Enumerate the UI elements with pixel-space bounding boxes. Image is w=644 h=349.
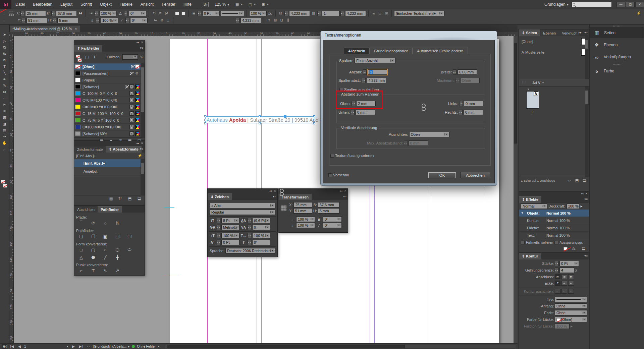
close-icon[interactable]: ✕: [141, 142, 143, 145]
convert-shape-icon[interactable]: ⬡: [113, 247, 122, 253]
b-field[interactable]: 67,6 mm: [56, 11, 77, 16]
prev-page-button[interactable]: ◀: [17, 344, 22, 349]
vorschau-checkbox[interactable]: [328, 173, 332, 177]
vertical-ruler[interactable]: 0102030405060708090100110120130140150160…: [9, 36, 14, 343]
collapse-icon[interactable]: ◂◂: [136, 41, 139, 44]
path-operation-icon[interactable]: ◌: [101, 220, 110, 226]
tool-icon[interactable]: ▩: [1, 114, 9, 121]
convert-point-icon[interactable]: ↖: [101, 268, 110, 274]
document-tab-close-icon[interactable]: ✕: [75, 27, 77, 31]
convert-shape-icon[interactable]: ⬣: [89, 254, 98, 260]
reference-point-proxy[interactable]: [281, 206, 286, 211]
spalten-ausgleichen-checkbox[interactable]: [339, 88, 343, 92]
frame-handle-active[interactable]: [284, 115, 286, 118]
styles-scrollbar[interactable]: [141, 159, 145, 195]
page-thumbnail[interactable]: A: [526, 91, 539, 109]
swatch-row[interactable]: C=100 M=0 Y=0 K=0: [74, 90, 141, 97]
page-number-field[interactable]: 1: [24, 345, 64, 348]
tool-icon[interactable]: ▷: [1, 38, 9, 44]
h-stepper[interactable]: ▲▼: [53, 18, 56, 23]
row2-gutter-field[interactable]: 4,233 mm: [240, 18, 261, 23]
join-bevel-button[interactable]: ⌐: [568, 281, 574, 286]
new-style-button[interactable]: ⬒: [127, 196, 132, 201]
shear-stepper[interactable]: ▲▼: [125, 18, 129, 23]
columns-field[interactable]: 1: [322, 11, 339, 16]
effects-fx-icon[interactable]: fx.: [268, 11, 273, 16]
stroke-weight-stepper[interactable]: ▲▼: [198, 11, 201, 16]
cyan-guide[interactable]: [164, 276, 178, 276]
document-tab[interactable]: *Mailing-Autobranche.indd @ 125 % ✕: [9, 25, 80, 32]
leading-field[interactable]: (9,6 Pt): [252, 218, 270, 223]
tool-icon[interactable]: ✂: [1, 102, 9, 108]
zoom-level-dropdown[interactable]: 125 % ▼: [215, 2, 229, 7]
pages-scrollbar[interactable]: [585, 86, 589, 177]
close-icon[interactable]: ✕: [274, 189, 276, 192]
swatch-row[interactable]: [Schwarz] 60%: [74, 130, 141, 137]
tab-ausrichten[interactable]: Ausrichten: [74, 207, 98, 213]
path-operation-icon[interactable]: ⟳: [89, 220, 98, 226]
next-page-button[interactable]: ▶: [71, 344, 76, 349]
effect-target-row[interactable]: Fläche:Normal 100 %: [519, 224, 589, 232]
pathfinder-operation-icon[interactable]: ❐: [89, 233, 98, 239]
gehrung-stepper[interactable]: ▲▼: [555, 268, 558, 273]
dock-ebenen[interactable]: ❖ Ebenen: [590, 39, 644, 51]
master-page-row[interactable]: A-Musterseite: [519, 47, 589, 58]
tab-farbfelder[interactable]: ⇕ Farbfelder: [74, 45, 102, 52]
anfang-dropdown[interactable]: Ohne: [555, 303, 587, 309]
style-group-button[interactable]: ▤: [108, 196, 114, 201]
shear-field[interactable]: 0°: [130, 18, 148, 23]
convert-point-icon[interactable]: ⊤: [89, 268, 98, 274]
transform-x-field[interactable]: 25 mm: [293, 202, 312, 208]
flip-horizontal-icon[interactable]: ⇋: [153, 18, 158, 23]
tool-icon[interactable]: ✑: [1, 133, 9, 140]
formatting-container-icon[interactable]: ▢: [84, 54, 90, 60]
font-size-stepper[interactable]: ▲▼: [217, 218, 220, 223]
vertical-scale-field[interactable]: 100 %: [221, 233, 239, 238]
staerke-stepper[interactable]: ▲▼: [555, 261, 558, 266]
join-round-button[interactable]: ⌐: [561, 281, 567, 286]
row2-gutter-stepper[interactable]: ▲▼: [236, 18, 239, 23]
last-page-button[interactable]: ▶|: [78, 344, 84, 349]
menu-datei[interactable]: Datei: [11, 0, 29, 9]
y-stepper[interactable]: ▲▼: [22, 18, 25, 23]
stroke-swatch[interactable]: [3, 184, 7, 188]
distribute-icon[interactable]: ⫼: [285, 18, 291, 23]
menu-tabelle[interactable]: Tabelle: [116, 0, 137, 9]
new-style-from-para-button[interactable]: ¶⁺: [118, 196, 123, 201]
convert-shape-icon[interactable]: ○: [101, 247, 110, 253]
font-style-field[interactable]: Regular: [210, 210, 275, 215]
ende-dropdown[interactable]: Ohne: [555, 310, 587, 315]
skew-field[interactable]: 0°: [252, 240, 270, 245]
delete-page-button[interactable]: ⬓: [582, 178, 587, 183]
edit-page-size-button[interactable]: ▱: [567, 178, 572, 183]
stroke-weight-field[interactable]: 0 Pt: [202, 11, 220, 16]
transform-y-field[interactable]: 51 mm: [293, 208, 312, 214]
scale-x-field[interactable]: 100 %: [99, 11, 117, 16]
y-field[interactable]: 51 mm: [26, 18, 47, 23]
cap-round-button[interactable]: ⊂: [561, 274, 567, 279]
gutter-stepper[interactable]: ▲▼: [340, 11, 344, 16]
text-align-left-icon[interactable]: ≡: [371, 11, 376, 16]
scale-y-stepper[interactable]: ▲▼: [96, 18, 100, 23]
corner-radius-stepper[interactable]: ▲▼: [284, 11, 288, 16]
swatch-row[interactable]: C=75 M=5 Y=100 K=0: [74, 117, 141, 124]
rotation-stepper[interactable]: ▲▼: [124, 11, 128, 16]
expand-icon[interactable]: ▸▸: [579, 31, 582, 34]
horizontal-scrollbar-thumb[interactable]: [167, 345, 405, 348]
pathfinder-operation-icon[interactable]: ❏: [77, 233, 86, 239]
bridge-button[interactable]: Br: [202, 2, 209, 7]
baseline-shift-field[interactable]: 0 Pt: [221, 240, 239, 245]
close-button[interactable]: ✕: [635, 2, 644, 7]
close-icon[interactable]: ✕: [141, 41, 143, 44]
anzahl-field[interactable]: 1: [368, 69, 387, 75]
aussparungsgruppe-checkbox[interactable]: [554, 241, 558, 244]
tool-icon[interactable]: ⊠: [1, 89, 9, 95]
vertical-scrollbar[interactable]: [514, 36, 518, 343]
unten-field[interactable]: 0 mm: [356, 110, 375, 115]
x-field[interactable]: 25 mm: [25, 11, 46, 16]
x-stepper[interactable]: ▲▼: [20, 11, 24, 16]
breite-field[interactable]: 67,6 mm: [458, 69, 477, 75]
stroke-type-dropdown[interactable]: [555, 297, 587, 302]
masters-scrollbar[interactable]: [585, 36, 589, 79]
convert-point-icon[interactable]: ⌐: [77, 268, 86, 274]
